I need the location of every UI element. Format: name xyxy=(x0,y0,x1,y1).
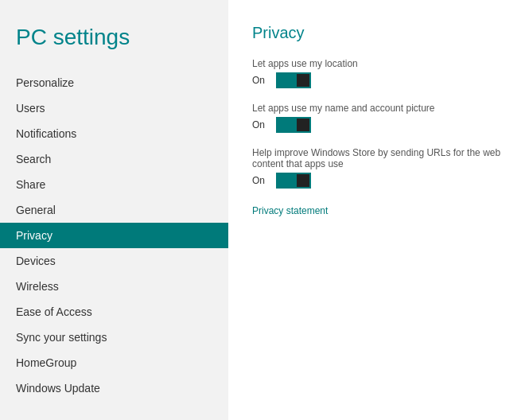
setting-status-row-account-picture: On xyxy=(252,117,501,133)
main-content: Privacy Let apps use my locationOnLet ap… xyxy=(228,0,525,420)
sidebar: PC settings PersonalizeUsersNotification… xyxy=(0,0,228,420)
sidebar-item-sync-your-settings[interactable]: Sync your settings xyxy=(0,325,228,350)
setting-item-windows-store: Help improve Windows Store by sending UR… xyxy=(252,147,501,189)
setting-status-windows-store: On xyxy=(252,175,266,186)
sidebar-item-devices[interactable]: Devices xyxy=(0,248,228,274)
setting-item-account-picture: Let apps use my name and account picture… xyxy=(252,103,501,133)
toggle-thumb-windows-store xyxy=(297,174,309,187)
setting-status-location: On xyxy=(252,75,266,86)
sidebar-item-general[interactable]: General xyxy=(0,197,228,223)
nav-list: PersonalizeUsersNotificationsSearchShare… xyxy=(0,70,228,401)
sidebar-item-ease-of-access[interactable]: Ease of Access xyxy=(0,299,228,325)
setting-label-account-picture: Let apps use my name and account picture xyxy=(252,103,501,114)
toggle-thumb-location xyxy=(297,74,309,87)
section-title: Privacy xyxy=(252,24,501,42)
setting-label-windows-store: Help improve Windows Store by sending UR… xyxy=(252,147,501,169)
sidebar-item-privacy[interactable]: Privacy xyxy=(0,223,228,248)
sidebar-item-notifications[interactable]: Notifications xyxy=(0,121,228,146)
toggle-location[interactable] xyxy=(276,72,311,88)
sidebar-item-homegroup[interactable]: HomeGroup xyxy=(0,350,228,375)
toggle-account-picture[interactable] xyxy=(276,117,311,133)
sidebar-item-wireless[interactable]: Wireless xyxy=(0,274,228,299)
setting-status-row-windows-store: On xyxy=(252,173,501,189)
privacy-statement-link[interactable]: Privacy statement xyxy=(252,205,328,216)
setting-label-location: Let apps use my location xyxy=(252,58,501,69)
sidebar-item-share[interactable]: Share xyxy=(0,172,228,197)
setting-status-account-picture: On xyxy=(252,119,266,130)
sidebar-item-windows-update[interactable]: Windows Update xyxy=(0,375,228,401)
sidebar-item-personalize[interactable]: Personalize xyxy=(0,70,228,95)
app-title: PC settings xyxy=(0,16,228,67)
toggle-thumb-account-picture xyxy=(297,119,309,131)
setting-item-location: Let apps use my locationOn xyxy=(252,58,501,88)
sidebar-item-users[interactable]: Users xyxy=(0,95,228,121)
setting-status-row-location: On xyxy=(252,72,501,88)
settings-list: Let apps use my locationOnLet apps use m… xyxy=(252,58,501,189)
sidebar-item-search[interactable]: Search xyxy=(0,146,228,172)
toggle-windows-store[interactable] xyxy=(276,173,311,189)
